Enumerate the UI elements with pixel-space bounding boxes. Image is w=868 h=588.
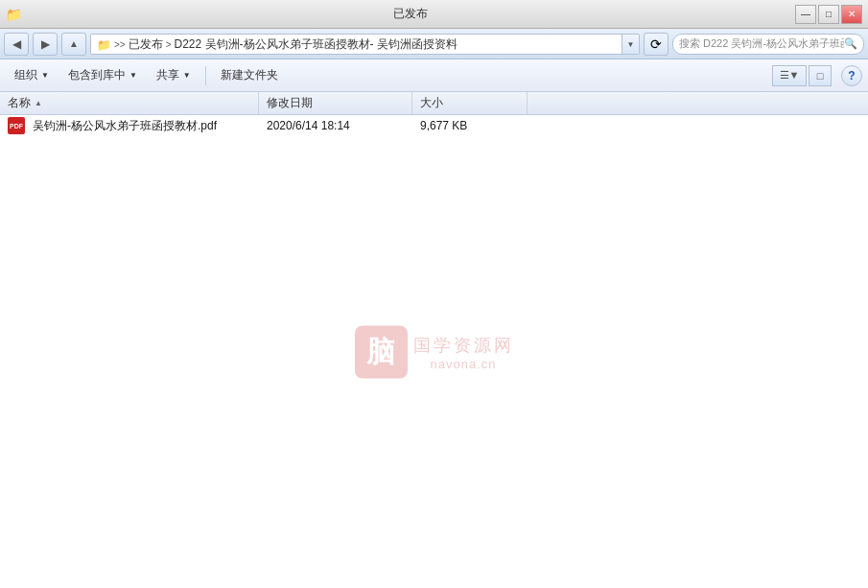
- breadcrumb-sep1: >>: [114, 39, 126, 50]
- up-button[interactable]: ▲: [61, 33, 86, 56]
- search-icon: 🔍: [844, 37, 857, 50]
- col-header-rest: [528, 92, 868, 114]
- breadcrumb-dropdown[interactable]: ▼: [622, 35, 639, 55]
- breadcrumb-container: 📁 >> 已发布 > D222 吴钧洲-杨公风水弟子班函授教材- 吴钧洲函授资料…: [90, 34, 640, 55]
- col-name-label: 名称: [8, 95, 31, 111]
- file-name: 吴钧洲-杨公风水弟子班函授教材.pdf: [33, 118, 217, 134]
- col-header-size[interactable]: 大小: [412, 92, 528, 114]
- minimize-button[interactable]: —: [795, 5, 816, 24]
- breadcrumb-part2: 已发布: [129, 36, 163, 53]
- new-folder-label: 新建文件夹: [221, 67, 278, 83]
- watermark-logo: 脑: [355, 325, 408, 378]
- file-date-cell: 2020/6/14 18:14: [259, 115, 412, 136]
- main-area: 名称 ▲ 修改日期 大小 PDF 吴钧洲-杨公风水弟子班函授教材.pdf 202…: [0, 92, 868, 588]
- refresh-button[interactable]: ⟳: [644, 33, 669, 56]
- back-button[interactable]: ◀: [4, 33, 29, 56]
- col-size-label: 大小: [420, 95, 443, 111]
- column-headers: 名称 ▲ 修改日期 大小: [0, 92, 868, 115]
- share-button[interactable]: 共享 ▼: [148, 63, 199, 88]
- col-name-sort: ▲: [35, 99, 42, 107]
- col-header-date[interactable]: 修改日期: [259, 92, 412, 114]
- file-date: 2020/6/14 18:14: [267, 119, 350, 132]
- help-button[interactable]: ?: [841, 65, 862, 86]
- library-arrow: ▼: [129, 71, 137, 80]
- share-label: 共享: [156, 67, 179, 83]
- breadcrumb[interactable]: 📁 >> 已发布 > D222 吴钧洲-杨公风水弟子班函授教材- 吴钧洲函授资料: [91, 35, 622, 55]
- library-button[interactable]: 包含到库中 ▼: [59, 63, 146, 88]
- file-rest-cell: [528, 115, 868, 136]
- pdf-icon: PDF: [8, 117, 25, 134]
- col-header-name[interactable]: 名称 ▲: [0, 92, 259, 114]
- help-label: ?: [848, 69, 855, 82]
- toolbar-separator: [205, 66, 206, 85]
- library-label: 包含到库中: [68, 67, 126, 83]
- pdf-icon-text: PDF: [10, 123, 23, 129]
- view-list-button[interactable]: ☰▼: [772, 65, 807, 86]
- maximize-button[interactable]: □: [818, 5, 839, 24]
- toolbar: 组织 ▼ 包含到库中 ▼ 共享 ▼ 新建文件夹 ☰▼ □ ?: [0, 59, 868, 92]
- view-buttons: ☰▼ □: [772, 65, 832, 86]
- file-name-cell: PDF 吴钧洲-杨公风水弟子班函授教材.pdf: [0, 115, 259, 136]
- file-size: 9,677 KB: [420, 119, 467, 132]
- watermark-text-block: 国学资源网 navona.cn: [413, 333, 514, 370]
- watermark: 脑 国学资源网 navona.cn: [355, 325, 514, 378]
- file-size-cell: 9,677 KB: [412, 115, 528, 136]
- title-bar: 📁 已发布 — □ ✕: [0, 0, 868, 29]
- watermark-url: navona.cn: [413, 356, 514, 370]
- organize-arrow: ▼: [41, 71, 49, 80]
- breadcrumb-part1: 📁: [97, 38, 111, 52]
- close-button[interactable]: ✕: [841, 5, 862, 24]
- organize-label: 组织: [14, 67, 37, 83]
- search-box[interactable]: 搜索 D222 吴钧洲-杨公风水弟子班函... 🔍: [672, 34, 864, 55]
- organize-button[interactable]: 组织 ▼: [6, 63, 58, 88]
- content-area: PDF 吴钧洲-杨公风水弟子班函授教材.pdf 2020/6/14 18:14 …: [0, 115, 868, 588]
- window-controls: — □ ✕: [795, 5, 862, 24]
- table-row[interactable]: PDF 吴钧洲-杨公风水弟子班函授教材.pdf 2020/6/14 18:14 …: [0, 115, 868, 136]
- share-arrow: ▼: [183, 71, 191, 80]
- window-title: 已发布: [26, 6, 795, 22]
- window-icon: 📁: [6, 7, 22, 22]
- forward-button[interactable]: ▶: [33, 33, 58, 56]
- breadcrumb-part3: D222 吴钧洲-杨公风水弟子班函授教材- 吴钧洲函授资料: [175, 36, 457, 53]
- watermark-line1: 国学资源网: [413, 333, 514, 356]
- new-folder-button[interactable]: 新建文件夹: [212, 63, 287, 88]
- breadcrumb-sep2: >: [166, 39, 172, 50]
- address-bar: ◀ ▶ ▲ 📁 >> 已发布 > D222 吴钧洲-杨公风水弟子班函授教材- 吴…: [0, 29, 868, 59]
- search-text: 搜索 D222 吴钧洲-杨公风水弟子班函...: [679, 36, 844, 51]
- col-date-label: 修改日期: [267, 95, 313, 111]
- view-details-button[interactable]: □: [809, 65, 832, 86]
